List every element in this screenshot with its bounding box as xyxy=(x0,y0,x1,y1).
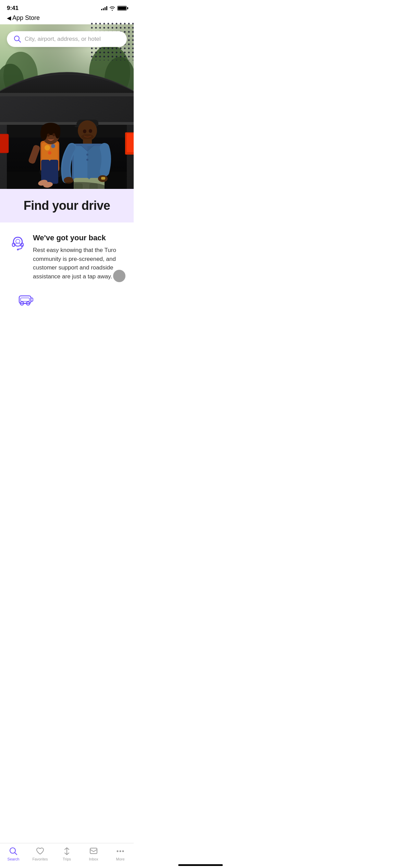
status-bar: 9:41 xyxy=(0,0,134,13)
svg-point-36 xyxy=(55,126,60,138)
support-icon xyxy=(9,234,27,252)
svg-rect-16 xyxy=(0,134,9,153)
svg-rect-12 xyxy=(0,93,134,96)
hero-image xyxy=(0,24,134,189)
status-time: 9:41 xyxy=(7,5,19,12)
find-drive-title: Find your drive xyxy=(8,198,125,213)
svg-rect-29 xyxy=(50,160,58,184)
svg-rect-21 xyxy=(0,122,134,125)
svg-rect-70 xyxy=(21,298,29,301)
search-placeholder: City, airport, address, or hotel xyxy=(25,36,101,43)
back-arrow-icon: ◀ xyxy=(7,15,11,21)
search-bar-container[interactable]: City, airport, address, or hotel xyxy=(7,31,127,47)
svg-rect-52 xyxy=(87,146,103,180)
feature-description-support: Rest easy knowing that the Turo communit… xyxy=(33,246,125,281)
svg-point-38 xyxy=(52,133,55,136)
svg-rect-14 xyxy=(7,124,127,137)
search-icon xyxy=(14,35,21,43)
feature-item-support: We've got your back Rest easy knowing th… xyxy=(8,233,125,281)
wifi-icon xyxy=(109,6,115,11)
explore-icon xyxy=(17,291,35,309)
battery-icon xyxy=(117,6,127,11)
svg-rect-20 xyxy=(125,132,134,155)
app-store-label: App Store xyxy=(12,14,40,22)
next-feature-peek xyxy=(8,290,125,310)
search-bar[interactable]: City, airport, address, or hotel xyxy=(7,31,127,47)
hero-scene-svg xyxy=(0,24,134,189)
features-section: We've got your back Rest easy knowing th… xyxy=(0,222,134,321)
svg-point-45 xyxy=(81,134,94,140)
explore-icon-container xyxy=(16,290,36,310)
svg-point-67 xyxy=(17,249,19,251)
feature-title-support: We've got your back xyxy=(33,233,125,242)
svg-point-27 xyxy=(48,151,51,155)
hero-section: City, airport, address, or hotel xyxy=(0,24,134,222)
svg-line-3 xyxy=(19,40,21,43)
support-icon-container xyxy=(8,233,27,253)
svg-point-37 xyxy=(47,134,50,137)
app-store-nav[interactable]: ◀ App Store xyxy=(0,13,134,24)
svg-point-44 xyxy=(89,129,92,133)
svg-point-68 xyxy=(16,239,20,243)
signal-icon xyxy=(101,6,107,10)
svg-rect-71 xyxy=(31,298,33,301)
svg-point-26 xyxy=(51,144,55,148)
svg-point-35 xyxy=(40,126,47,140)
feature-content-support: We've got your back Rest easy knowing th… xyxy=(33,233,125,281)
scroll-indicator xyxy=(113,270,125,282)
svg-point-25 xyxy=(45,145,50,150)
status-icons xyxy=(101,6,127,11)
svg-rect-59 xyxy=(101,177,105,180)
svg-point-43 xyxy=(83,130,86,133)
find-drive-banner: Find your drive xyxy=(0,189,134,222)
